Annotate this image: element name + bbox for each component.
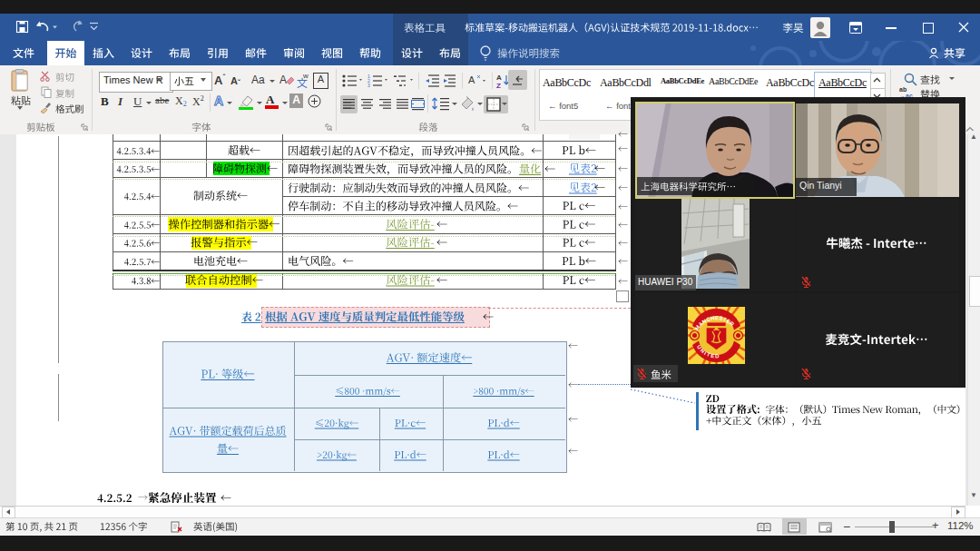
svg-text:A: A [468, 74, 475, 85]
svg-text:A: A [496, 74, 502, 82]
svg-text:Z: Z [496, 82, 501, 89]
svg-text:3: 3 [368, 83, 370, 88]
